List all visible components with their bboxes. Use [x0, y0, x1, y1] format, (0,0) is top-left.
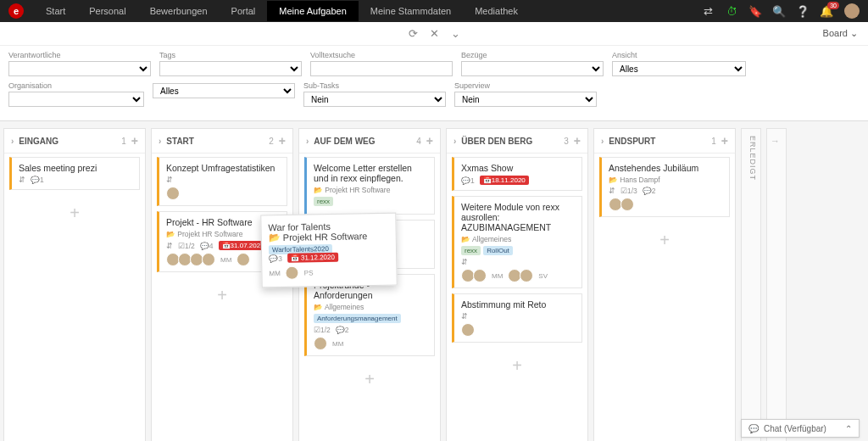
dragging-card[interactable]: War for Talents 📂 Projekt HR Software Wa…: [260, 213, 397, 288]
meta-item: 💬1: [31, 176, 44, 184]
card[interactable]: Sales meeting prezi⇵💬1: [9, 157, 140, 190]
filter-label: Tags: [159, 51, 302, 59]
nav-portal[interactable]: Portal: [220, 1, 268, 21]
card-title: Sales meeting prezi: [19, 163, 134, 173]
column-title: AUF DEM WEG: [314, 137, 411, 146]
chevron-right-icon[interactable]: ›: [601, 137, 604, 146]
card-tag: RollOut: [483, 246, 513, 255]
card-title: Anstehendes Jubiläum: [609, 163, 724, 173]
add-card-button[interactable]: +: [452, 348, 582, 384]
meta-item: 💬2: [643, 187, 656, 195]
search-icon[interactable]: 🔍: [773, 5, 785, 17]
column-title: START: [166, 137, 264, 146]
card-project: 📂 Allgemeines: [461, 235, 576, 243]
view-switcher[interactable]: Board ⌄: [823, 28, 858, 39]
card[interactable]: Anstehendes Jubiläum📂 Hans Dampf⇵☑1/3💬2: [599, 157, 730, 217]
filter-tags[interactable]: [159, 61, 302, 76]
filter-label: Sub-Tasks: [303, 81, 446, 90]
card-title: Konzept Umfragestatistiken: [166, 163, 281, 173]
bell-icon[interactable]: 🔔30: [821, 5, 832, 17]
card-title: Abstimmung mit Reto: [461, 299, 576, 310]
column-count: 1: [711, 137, 716, 146]
refresh-icon[interactable]: ⟳: [409, 27, 418, 40]
meta-item: ⇵: [461, 258, 468, 266]
filter-volltextsuche[interactable]: [310, 61, 453, 76]
add-card-icon[interactable]: +: [279, 134, 286, 148]
timer-icon[interactable]: ⏱: [726, 5, 737, 17]
add-card-icon[interactable]: +: [574, 134, 581, 148]
card-tag: rexx: [461, 246, 481, 255]
column-erledigt-collapsed[interactable]: ERLEDIGT: [741, 128, 761, 441]
chat-label: Chat (Verfügbar): [764, 424, 826, 433]
chevron-up-icon: ⌃: [845, 424, 852, 433]
user-avatar[interactable]: [844, 3, 860, 19]
card[interactable]: Weitere Module von rexx ausrollen: AZUBI…: [452, 196, 582, 288]
card[interactable]: Welcome Letter erstellen und in rexx ein…: [304, 157, 435, 215]
close-icon[interactable]: ✕: [430, 27, 439, 40]
swap-icon[interactable]: ⇄: [702, 5, 714, 17]
add-card-icon[interactable]: +: [426, 134, 433, 148]
nav-bewerbungen[interactable]: Bewerbungen: [138, 1, 220, 21]
column-title: ENDSPURT: [609, 137, 706, 146]
meta-item: ⇵: [461, 312, 468, 321]
expand-icon[interactable]: ⌄: [451, 27, 460, 40]
column-endspurt: ›ENDSPURT1+Anstehendes Jubiläum📂 Hans Da…: [593, 128, 736, 441]
nav-start[interactable]: Start: [34, 1, 77, 21]
filter-label: Bezüge: [461, 51, 604, 59]
card-project: 📂 Allgemeines: [314, 303, 429, 311]
meta-item: ⇵: [19, 176, 25, 184]
card-project: 📂 Hans Dampf: [609, 176, 724, 184]
filter-secondary[interactable]: Alles: [153, 83, 295, 98]
nav-meine-stammdaten[interactable]: Meine Stammdaten: [359, 1, 463, 21]
chevron-right-icon[interactable]: ›: [453, 137, 456, 146]
filter-superview[interactable]: Nein: [454, 92, 597, 107]
meta-item: ☑1/3: [620, 187, 637, 195]
column-count: 1: [121, 137, 126, 146]
filter-verantwortliche[interactable]: [8, 61, 151, 76]
meta-item: ⇵: [609, 187, 615, 195]
add-card-icon[interactable]: +: [131, 134, 138, 148]
nav-mediathek[interactable]: Mediathek: [463, 1, 530, 21]
avatar: [461, 323, 475, 337]
bookmark-icon[interactable]: 🔖: [749, 5, 761, 17]
column-eingang: ›EINGANG1+Sales meeting prezi⇵💬1+: [3, 128, 146, 441]
chevron-right-icon[interactable]: ›: [306, 137, 309, 146]
add-card-icon[interactable]: +: [721, 134, 728, 148]
column-title: ÜBER DEN BERG: [461, 137, 559, 146]
filter-panel: VerantwortlicheTagsVolltextsucheBezügeAn…: [0, 46, 868, 121]
chevron-right-icon[interactable]: ›: [11, 137, 14, 146]
filter-label: Volltextsuche: [310, 51, 453, 59]
add-card-button[interactable]: +: [304, 361, 435, 398]
top-nav: e StartPersonalBewerbungenPortalMeine Au…: [0, 0, 868, 22]
filter-ansicht[interactable]: Alles: [612, 61, 746, 76]
add-card-button[interactable]: +: [9, 195, 140, 232]
filter-bezüge[interactable]: [461, 61, 604, 76]
meta-item: ⇵: [166, 176, 173, 184]
card-title: Weitere Module von rexx ausrollen: AZUBI…: [461, 202, 576, 232]
column-title: EINGANG: [19, 137, 116, 146]
card-tag: rexx: [314, 197, 333, 206]
column-count: 3: [564, 137, 569, 146]
collapsed-label: ERLEDIGT: [742, 129, 760, 187]
filter-sub-tasks[interactable]: Nein: [303, 92, 446, 107]
column-collapsed[interactable]: →: [766, 128, 787, 441]
arrow-right-icon: →: [767, 129, 786, 153]
chat-dock[interactable]: 💬 Chat (Verfügbar) ⌃: [741, 419, 860, 438]
meta-item: 💬1: [461, 176, 475, 185]
help-icon[interactable]: ❔: [797, 5, 809, 17]
meta-item: ☑1/2: [314, 326, 331, 334]
bell-count: 30: [827, 2, 839, 9]
card[interactable]: Konzept Umfragestatistiken⇵: [157, 157, 287, 206]
card[interactable]: Abstimmung mit Reto⇵: [452, 293, 582, 343]
meta-item: 💬4: [200, 242, 214, 250]
avatar: [473, 269, 487, 282]
column-count: 4: [416, 137, 421, 146]
card[interactable]: Xxmas Show💬1📅18.11.2020: [452, 157, 582, 191]
nav-personal[interactable]: Personal: [77, 1, 137, 21]
add-card-button[interactable]: +: [599, 222, 730, 259]
filter-organisation[interactable]: [8, 92, 144, 107]
app-logo[interactable]: e: [8, 3, 24, 19]
board-toolbar: ⟳ ✕ ⌄ Board ⌄: [0, 22, 868, 46]
chevron-right-icon[interactable]: ›: [159, 137, 161, 146]
nav-meine-aufgaben[interactable]: Meine Aufgaben: [267, 1, 359, 21]
